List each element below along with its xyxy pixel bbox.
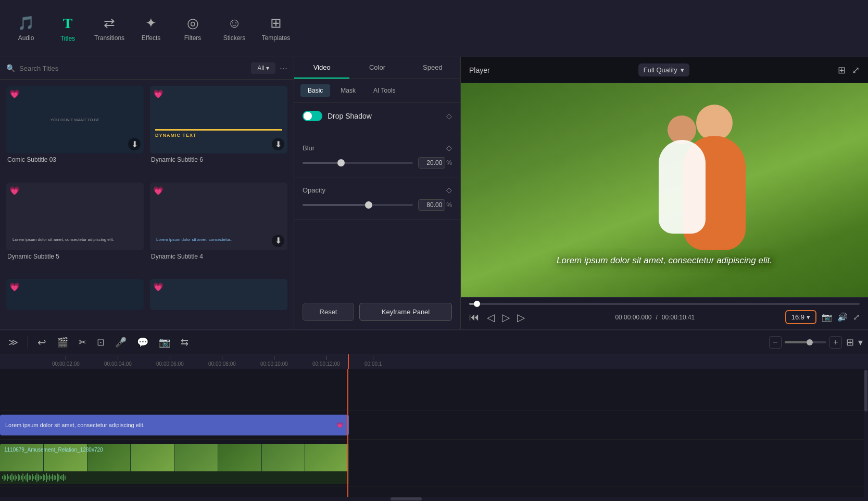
list-item[interactable]: 💗: [150, 279, 287, 323]
list-item[interactable]: 💗 Lorem ipsum dolor sit amet, consectetu…: [150, 183, 287, 273]
reset-button[interactable]: Reset: [303, 303, 354, 321]
frame-forward-button[interactable]: ▷: [517, 311, 525, 324]
wave-bars: [0, 471, 68, 484]
progress-handle[interactable]: [474, 301, 480, 307]
horizontal-scrollbar[interactable]: [0, 497, 868, 501]
timeline-more-button[interactable]: ▾: [858, 337, 863, 348]
undo-button[interactable]: ↩: [34, 334, 49, 351]
preview-frame: Lorem ipsum dolor sit amet, consectetur …: [461, 83, 868, 297]
audio-button[interactable]: 🎤: [112, 335, 130, 350]
grid-toggle-button[interactable]: ⊞: [846, 337, 854, 348]
scrollbar-thumb[interactable]: [864, 370, 867, 412]
titles-icon: T: [63, 15, 73, 32]
download-icon[interactable]: ⬇: [128, 138, 141, 150]
crop-button[interactable]: ⊡: [94, 335, 108, 350]
subtitle-clip[interactable]: Lorem ipsum dolor sit amet, consectetur …: [0, 415, 349, 435]
zoom-in-button[interactable]: +: [829, 336, 842, 349]
speed-button[interactable]: ⇆: [178, 335, 192, 350]
zoom-thumb[interactable]: [807, 339, 813, 345]
expand-timeline-button[interactable]: ≫: [5, 335, 21, 350]
subtitle-button[interactable]: 💬: [134, 335, 152, 350]
download-icon[interactable]: ⬇: [272, 235, 284, 247]
search-input[interactable]: [19, 65, 247, 72]
more-options-button[interactable]: ···: [280, 63, 287, 74]
aspect-ratio-selector[interactable]: 16:9 ▾: [785, 310, 816, 324]
add-media-button[interactable]: 🎬: [54, 335, 71, 350]
nav-filters[interactable]: ◎ Filters: [172, 5, 213, 52]
grid-view-button[interactable]: ⊞: [838, 65, 846, 76]
thumb-preview-text: Lorem ipsum dolor sit amet, consectetur …: [10, 235, 140, 245]
nav-effects[interactable]: ✦ Effects: [130, 5, 172, 52]
list-item[interactable]: 💗 YOU DON'T WANT TO BE ⬇ Comic Subtitle …: [6, 86, 144, 176]
list-item[interactable]: 💗 DYNAMIC TEXT ⬇ Dynamic Subtitle 6: [150, 86, 287, 176]
fullscreen-button[interactable]: ⤢: [853, 312, 860, 322]
screenshot-button[interactable]: 📷: [822, 312, 832, 322]
opacity-slider[interactable]: [303, 204, 413, 206]
blur-slider[interactable]: [303, 162, 413, 164]
subtab-aitools[interactable]: AI Tools: [366, 84, 402, 97]
wave-bar: [65, 476, 66, 480]
opacity-keyframe-icon[interactable]: ◇: [446, 186, 452, 194]
quality-selector[interactable]: Full Quality ▾: [638, 63, 689, 76]
nav-stickers-label: Stickers: [223, 34, 246, 42]
wave-bar: [11, 473, 12, 482]
nav-titles[interactable]: T Titles: [47, 5, 89, 52]
wave-bar: [49, 474, 50, 481]
wave-bar: [16, 476, 17, 479]
keyframe-diamond-icon[interactable]: ◇: [446, 112, 452, 120]
ruler-line: [66, 356, 66, 360]
nav-transitions[interactable]: ⇄ Transitions: [89, 5, 130, 52]
download-icon[interactable]: ⬇: [272, 138, 284, 150]
timeline-tracks: Lorem ipsum dolor sit amet, consectetur …: [0, 369, 868, 497]
split-button[interactable]: ✂: [76, 335, 90, 350]
snapshot-button[interactable]: 📷: [156, 335, 173, 350]
wave-bar: [24, 476, 25, 479]
list-item[interactable]: 💗: [6, 279, 144, 323]
opacity-unit: %: [446, 201, 452, 209]
volume-button[interactable]: 🔊: [837, 312, 848, 322]
subtab-mask[interactable]: Mask: [333, 84, 363, 97]
h-scrollbar-thumb[interactable]: [391, 497, 422, 500]
ruler-mark: 00:00:10:00: [260, 356, 288, 367]
tab-color-label: Color: [369, 63, 385, 71]
wave-bar: [55, 476, 56, 480]
wave-bar: [43, 474, 44, 481]
list-item[interactable]: 💗 Lorem ipsum dolor sit amet, consectetu…: [6, 183, 144, 273]
blur-slider-thumb[interactable]: [337, 159, 345, 166]
nav-templates[interactable]: ⊞ Templates: [255, 5, 297, 52]
wave-bar: [38, 474, 39, 481]
tab-speed-label: Speed: [423, 63, 443, 71]
zoom-slider[interactable]: [785, 341, 826, 343]
play-button[interactable]: ▷: [502, 311, 510, 324]
tab-video[interactable]: Video: [294, 57, 349, 79]
nav-audio[interactable]: 🎵 Audio: [5, 5, 47, 52]
blur-value-input[interactable]: [418, 157, 445, 169]
opacity-slider-fill: [303, 204, 369, 206]
playback-progress-bar[interactable]: [469, 303, 860, 305]
subtab-basic[interactable]: Basic: [300, 84, 330, 97]
skip-back-button[interactable]: ⏮: [469, 311, 480, 323]
ruler-mark: 00:00:04:00: [104, 356, 132, 367]
tab-color[interactable]: Color: [349, 57, 405, 79]
playback-controls: ⏮ ◁ ▷ ▷: [469, 311, 525, 324]
transitions-icon: ⇄: [104, 15, 115, 31]
ruler-mark: 00:00:06:00: [156, 356, 184, 367]
opacity-value-input[interactable]: [418, 199, 445, 211]
subtitle-text: Lorem ipsum dolor sit amet, consectetur …: [557, 255, 772, 265]
audio-waveform: [0, 471, 349, 484]
drop-shadow-toggle[interactable]: [303, 111, 322, 121]
zoom-fill: [785, 341, 808, 343]
keyframe-panel-button[interactable]: Keyframe Panel: [359, 303, 452, 321]
opacity-slider-thumb[interactable]: [365, 201, 372, 209]
frame-back-button[interactable]: ◁: [487, 311, 495, 324]
blur-keyframe-icon[interactable]: ◇: [446, 144, 452, 152]
tab-speed[interactable]: Speed: [405, 57, 460, 79]
zoom-out-button[interactable]: −: [769, 336, 782, 349]
nav-stickers[interactable]: ☺ Stickers: [213, 5, 255, 52]
expand-button[interactable]: ⤢: [852, 65, 860, 76]
chevron-down-icon: ▾: [807, 313, 810, 321]
vertical-scrollbar[interactable]: [864, 369, 868, 497]
wave-bar: [47, 476, 48, 480]
quality-label: Full Quality: [644, 66, 677, 74]
filter-dropdown[interactable]: All ▾: [251, 62, 275, 74]
